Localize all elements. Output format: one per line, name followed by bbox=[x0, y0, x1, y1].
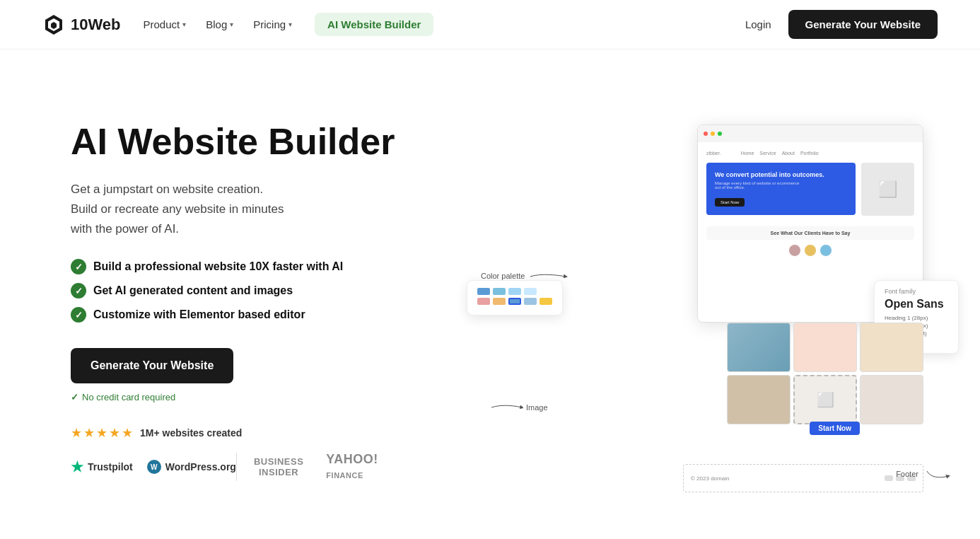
image-icon: ⬜ bbox=[817, 391, 834, 408]
img-cell-5: ⬜ bbox=[793, 375, 857, 424]
image-placeholder-icon: ⬜ bbox=[878, 180, 897, 199]
logo[interactable]: 10Web bbox=[42, 13, 121, 36]
business-insider-logo: BUSINESSINSIDER bbox=[254, 456, 303, 478]
img-cell-1 bbox=[727, 323, 791, 372]
feature-item-3: Customize with Elementor based editor bbox=[71, 307, 438, 323]
image-arrow bbox=[488, 400, 523, 415]
feature-item-1: Build a professional website 10X faster … bbox=[71, 259, 438, 274]
check-icon-2 bbox=[71, 283, 86, 299]
hero-description: Get a jumpstart on website creation. Bui… bbox=[71, 180, 438, 239]
swatch-blue bbox=[477, 288, 490, 295]
wordpress-badge: W WordPress.org bbox=[147, 460, 236, 474]
nav-left: 10Web Product ▾ Blog ▾ Pricing ▾ bbox=[42, 13, 433, 36]
image-ext-label: Image bbox=[488, 400, 548, 415]
swatch-yellow bbox=[539, 298, 552, 305]
social-proof: ★★★★★ 1M+ websites created ★ Trustpilot … bbox=[71, 425, 438, 482]
nav-cta-button[interactable]: Generate Your Website bbox=[788, 10, 938, 39]
chevron-down-icon: ▾ bbox=[288, 21, 292, 28]
navbar: 10Web Product ▾ Blog ▾ Pricing ▾ bbox=[0, 0, 980, 50]
chevron-down-icon: ▾ bbox=[182, 21, 186, 28]
swatch-orange bbox=[493, 298, 506, 305]
swatch-blue2 bbox=[508, 298, 521, 305]
swatch-lightblue bbox=[493, 288, 506, 295]
logo-icon bbox=[42, 13, 65, 36]
swatch-blue3 bbox=[524, 298, 537, 305]
trustpilot-icon: ★ bbox=[71, 458, 83, 475]
chevron-down-icon: ▾ bbox=[230, 21, 233, 28]
image-grid: ⬜ bbox=[727, 323, 923, 424]
wordpress-icon: W bbox=[147, 460, 161, 474]
nav-pricing[interactable]: Pricing ▾ bbox=[253, 18, 292, 30]
avatar-1 bbox=[788, 244, 801, 257]
img-cell-4 bbox=[727, 375, 791, 424]
close-dot bbox=[704, 132, 708, 136]
checkmark-icon: ✓ bbox=[71, 392, 78, 402]
nav-right: Login Generate Your Website bbox=[745, 10, 938, 39]
illustration-wrapper: Header zibber. Home Service About Portfo… bbox=[467, 124, 938, 478]
feature-item-2: Get AI generated content and images bbox=[71, 283, 438, 299]
testimonial-strip: See What Our Clients Have to Say bbox=[706, 226, 914, 240]
hero-section: AI Website Builder Get a jumpstart on we… bbox=[0, 50, 980, 539]
websites-count: 1M+ websites created bbox=[140, 427, 242, 439]
badges-row: ★ Trustpilot W WordPress.org bbox=[71, 458, 236, 475]
check-icon-3 bbox=[71, 307, 86, 323]
star-rating: ★★★★★ bbox=[71, 425, 134, 441]
nav-links: Product ▾ Blog ▾ Pricing ▾ bbox=[144, 18, 293, 30]
browser-bar bbox=[698, 125, 923, 142]
hero-cta-button[interactable]: Generate Your Website bbox=[71, 348, 233, 383]
footer-icon-1 bbox=[885, 475, 893, 481]
site-nav: zibber. Home Service About Portfolio bbox=[706, 151, 914, 156]
avatar-3 bbox=[819, 244, 832, 257]
img-cell-6 bbox=[860, 375, 923, 424]
trustpilot-badge: ★ Trustpilot bbox=[71, 458, 133, 475]
social-logos-row: ★ Trustpilot W WordPress.org BUSINESSINS… bbox=[71, 452, 438, 482]
hero-illustration: Header zibber. Home Service About Portfo… bbox=[467, 124, 938, 478]
hero-image-placeholder: ⬜ bbox=[861, 163, 914, 216]
no-cc-label: ✓ No credit card required bbox=[71, 392, 438, 402]
footer-strip: © 2023 domain bbox=[683, 464, 923, 492]
nav-product[interactable]: Product ▾ bbox=[144, 18, 187, 30]
brand-name: 10Web bbox=[71, 16, 121, 34]
hero-left: AI Website Builder Get a jumpstart on we… bbox=[71, 121, 438, 482]
divider bbox=[236, 453, 237, 481]
swatch-pale bbox=[524, 288, 537, 295]
login-link[interactable]: Login bbox=[745, 18, 771, 30]
hero-title: AI Website Builder bbox=[71, 121, 438, 163]
palette-row-2 bbox=[477, 298, 552, 305]
img-cell-3 bbox=[860, 323, 923, 372]
nav-ai-builder[interactable]: AI Website Builder bbox=[315, 13, 433, 36]
yahoo-finance-logo: YAHOO!FINANCE bbox=[326, 452, 378, 482]
start-now-button: Start Now bbox=[810, 422, 860, 435]
hero-features-list: Build a professional website 10X faster … bbox=[71, 259, 438, 323]
palette-row-1 bbox=[477, 288, 552, 295]
footer-ext-label: Footer bbox=[896, 468, 952, 482]
check-icon-1 bbox=[71, 259, 86, 274]
media-logos: BUSINESSINSIDER YAHOO!FINANCE bbox=[254, 452, 378, 482]
nav-blog[interactable]: Blog ▾ bbox=[206, 18, 233, 30]
color-palette-panel bbox=[467, 280, 563, 315]
min-dot bbox=[711, 132, 715, 136]
site-hero: We convert potential into outcomes. Mana… bbox=[706, 163, 856, 215]
img-cell-2 bbox=[793, 323, 857, 372]
swatch-pink bbox=[477, 298, 490, 305]
browser-content: zibber. Home Service About Portfolio We … bbox=[698, 142, 923, 265]
max-dot bbox=[718, 132, 722, 136]
stars-row: ★★★★★ 1M+ websites created bbox=[71, 425, 438, 441]
client-avatars bbox=[706, 244, 914, 257]
swatch-sky bbox=[508, 288, 521, 295]
avatar-2 bbox=[804, 244, 817, 257]
footer-arrow bbox=[923, 468, 952, 482]
